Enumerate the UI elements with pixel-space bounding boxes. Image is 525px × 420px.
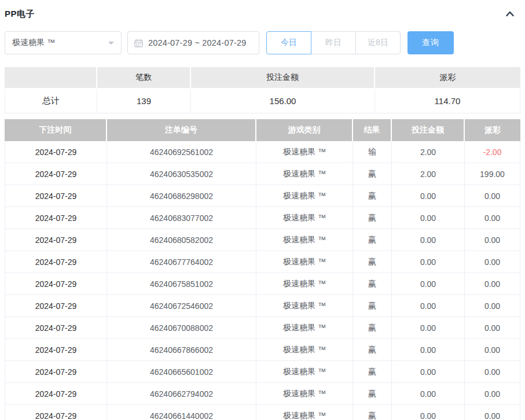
quick-date-button-group: 今日 昨日 近8日 xyxy=(266,31,401,54)
table-row: 2024-07-2946240661440002极速糖果 ™赢0.000.00 xyxy=(5,405,520,420)
cell-payout: 0.00 xyxy=(465,273,520,295)
game-select-value: 极速糖果 ™ xyxy=(12,38,55,48)
table-row: 2024-07-2946240672546002极速糖果 ™赢0.000.00 xyxy=(5,295,520,317)
summary-total-label: 总计 xyxy=(5,89,97,113)
cell-bet-amount: 0.00 xyxy=(392,207,465,229)
cell-game-type: 极速糖果 ™ xyxy=(256,185,353,207)
panel-header: PP电子 xyxy=(5,8,520,20)
cell-bet-amount: 0.00 xyxy=(392,229,465,251)
cell-bet-amount: 2.00 xyxy=(392,141,465,163)
cell-bet-time: 2024-07-29 xyxy=(5,361,107,383)
filter-controls: 极速糖果 ™ 2024-07-29 ~ 2024-07-29 xyxy=(5,31,520,54)
cell-game-type: 极速糖果 ™ xyxy=(256,339,353,361)
cell-payout: 0.00 xyxy=(465,207,520,229)
date-range-input[interactable]: 2024-07-29 ~ 2024-07-29 xyxy=(127,31,259,54)
query-button[interactable]: 查询 xyxy=(407,31,454,54)
cell-bet-amount: 0.00 xyxy=(392,361,465,383)
bet-table-body: 2024-07-2946240692561002极速糖果 ™输2.00-2.00… xyxy=(5,141,520,420)
table-row: 2024-07-2946240683077002极速糖果 ™赢0.000.00 xyxy=(5,207,520,229)
chevron-up-icon xyxy=(505,9,515,19)
cell-game-type: 极速糖果 ™ xyxy=(256,361,353,383)
summary-table: 笔数 投注金额 派彩 总计 139 156.00 114.70 xyxy=(5,67,520,113)
cell-order-id: 46240692561002 xyxy=(107,141,256,163)
cell-bet-amount: 0.00 xyxy=(392,317,465,339)
table-row: 2024-07-2946240675851002极速糖果 ™赢0.000.00 xyxy=(5,273,520,295)
cell-bet-amount: 0.00 xyxy=(392,383,465,405)
cell-payout: 0.00 xyxy=(465,361,520,383)
date-range-value: 2024-07-29 ~ 2024-07-29 xyxy=(148,38,246,47)
cell-bet-time: 2024-07-29 xyxy=(5,295,107,317)
table-row: 2024-07-2946240630535002极速糖果 ™赢2.00199.0… xyxy=(5,163,520,185)
cell-payout: -2.00 xyxy=(465,141,520,163)
today-button[interactable]: 今日 xyxy=(266,31,311,54)
last-8-days-button[interactable]: 近8日 xyxy=(355,31,401,54)
col-result: 结果 xyxy=(353,119,392,141)
cell-payout: 0.00 xyxy=(465,229,520,251)
cell-result: 赢 xyxy=(353,295,392,317)
cell-payout: 199.00 xyxy=(465,163,520,185)
cell-bet-amount: 0.00 xyxy=(392,339,465,361)
summary-total-count: 139 xyxy=(97,89,191,113)
table-row: 2024-07-2946240692561002极速糖果 ™输2.00-2.00 xyxy=(5,141,520,163)
cell-result: 赢 xyxy=(353,405,392,420)
cell-result: 输 xyxy=(353,141,392,163)
table-row: 2024-07-2946240686298002极速糖果 ™赢0.000.00 xyxy=(5,185,520,207)
col-order-id: 注单编号 xyxy=(107,119,256,141)
cell-bet-time: 2024-07-29 xyxy=(5,251,107,273)
summary-total-row: 总计 139 156.00 114.70 xyxy=(5,89,520,113)
cell-game-type: 极速糖果 ™ xyxy=(256,229,353,251)
yesterday-button[interactable]: 昨日 xyxy=(311,31,356,54)
summary-header-bet-amount: 投注金额 xyxy=(191,67,375,89)
cell-bet-time: 2024-07-29 xyxy=(5,141,107,163)
cell-bet-amount: 0.00 xyxy=(392,185,465,207)
bet-records-table: 下注时间 注单编号 游戏类别 结果 投注金额 派彩 2024-07-294624… xyxy=(5,119,520,420)
cell-game-type: 极速糖果 ™ xyxy=(256,273,353,295)
table-row: 2024-07-2946240677764002极速糖果 ™赢0.000.00 xyxy=(5,251,520,273)
cell-payout: 0.00 xyxy=(465,295,520,317)
cell-game-type: 极速糖果 ™ xyxy=(256,251,353,273)
calendar-icon xyxy=(134,39,143,47)
cell-result: 赢 xyxy=(353,229,392,251)
cell-result: 赢 xyxy=(353,207,392,229)
cell-game-type: 极速糖果 ™ xyxy=(256,405,353,420)
summary-header-row: 笔数 投注金额 派彩 xyxy=(5,67,520,89)
summary-total-payout: 114.70 xyxy=(375,89,520,113)
cell-bet-time: 2024-07-29 xyxy=(5,163,107,185)
cell-result: 赢 xyxy=(353,361,392,383)
summary-header-empty xyxy=(5,67,97,89)
cell-payout: 0.00 xyxy=(465,405,520,420)
cell-bet-amount: 0.00 xyxy=(392,273,465,295)
col-game-type: 游戏类别 xyxy=(256,119,353,141)
col-payout: 派彩 xyxy=(465,119,520,141)
table-row: 2024-07-2946240665601002极速糖果 ™赢0.000.00 xyxy=(5,361,520,383)
cell-bet-time: 2024-07-29 xyxy=(5,405,107,420)
cell-payout: 0.00 xyxy=(465,383,520,405)
collapse-panel-button[interactable] xyxy=(504,8,516,20)
cell-order-id: 46240630535002 xyxy=(107,163,256,185)
table-row: 2024-07-2946240667866002极速糖果 ™赢0.000.00 xyxy=(5,339,520,361)
cell-payout: 0.00 xyxy=(465,317,520,339)
table-row: 2024-07-2946240680582002极速糖果 ™赢0.000.00 xyxy=(5,229,520,251)
cell-order-id: 46240665601002 xyxy=(107,361,256,383)
cell-order-id: 46240686298002 xyxy=(107,185,256,207)
cell-result: 赢 xyxy=(353,273,392,295)
cell-order-id: 46240662794002 xyxy=(107,383,256,405)
cell-order-id: 46240683077002 xyxy=(107,207,256,229)
game-select[interactable]: 极速糖果 ™ xyxy=(5,31,122,54)
summary-header-payout: 派彩 xyxy=(375,67,520,89)
col-bet-amount: 投注金额 xyxy=(392,119,465,141)
cell-bet-time: 2024-07-29 xyxy=(5,229,107,251)
cell-game-type: 极速糖果 ™ xyxy=(256,317,353,339)
cell-payout: 0.00 xyxy=(465,251,520,273)
cell-bet-time: 2024-07-29 xyxy=(5,317,107,339)
table-row: 2024-07-2946240670088002极速糖果 ™赢0.000.00 xyxy=(5,317,520,339)
cell-result: 赢 xyxy=(353,339,392,361)
caret-down-icon xyxy=(108,42,114,47)
cell-game-type: 极速糖果 ™ xyxy=(256,141,353,163)
cell-payout: 0.00 xyxy=(465,185,520,207)
cell-bet-time: 2024-07-29 xyxy=(5,273,107,295)
cell-result: 赢 xyxy=(353,251,392,273)
cell-order-id: 46240675851002 xyxy=(107,273,256,295)
cell-bet-time: 2024-07-29 xyxy=(5,207,107,229)
cell-order-id: 46240670088002 xyxy=(107,317,256,339)
